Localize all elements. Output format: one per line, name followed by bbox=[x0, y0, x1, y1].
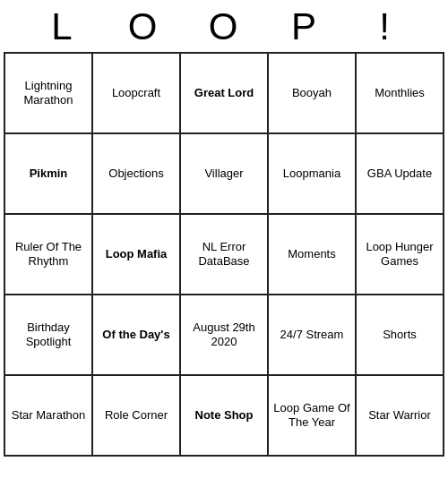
cell-r2-c1: Loop Mafia bbox=[92, 214, 180, 295]
bingo-header: LOOP! bbox=[0, 0, 448, 52]
cell-r4-c3: Loop Game Of The Year bbox=[268, 375, 356, 456]
cell-r0-c3: Booyah bbox=[268, 53, 356, 133]
header-letter: O bbox=[184, 5, 264, 48]
cell-r2-c4: Loop Hunger Games bbox=[356, 214, 444, 295]
cell-r0-c0: Lightning Marathon bbox=[4, 53, 92, 133]
cell-r4-c1: Role Corner bbox=[92, 375, 180, 456]
cell-r0-c4: Monthlies bbox=[356, 53, 444, 133]
header-letter: O bbox=[103, 5, 184, 48]
cell-r3-c1: Of the Day's bbox=[92, 295, 180, 375]
cell-r1-c3: Loopmania bbox=[268, 133, 356, 214]
cell-r1-c0: Pikmin bbox=[4, 133, 92, 214]
bingo-table: Lightning MarathonLoopcraftGreat LordBoo… bbox=[4, 52, 444, 457]
cell-r1-c2: Villager bbox=[180, 133, 268, 214]
cell-r2-c3: Moments bbox=[268, 214, 356, 295]
cell-r3-c0: Birthday Spotlight bbox=[4, 295, 92, 375]
cell-r0-c2: Great Lord bbox=[180, 53, 268, 133]
cell-r2-c0: Ruler Of The Rhythm bbox=[4, 214, 92, 295]
cell-r3-c4: Shorts bbox=[356, 295, 444, 375]
cell-r0-c1: Loopcraft bbox=[92, 53, 180, 133]
cell-r2-c2: NL Error DataBase bbox=[180, 214, 268, 295]
cell-r3-c2: August 29th 2020 bbox=[180, 295, 268, 375]
cell-r3-c3: 24/7 Stream bbox=[268, 295, 356, 375]
cell-r4-c4: Star Warrior bbox=[356, 375, 444, 456]
header-letter: P bbox=[264, 5, 345, 48]
header-letter: ! bbox=[345, 5, 426, 48]
cell-r1-c4: GBA Update bbox=[356, 133, 444, 214]
header-letter: L bbox=[22, 5, 103, 48]
cell-r4-c2: Note Shop bbox=[180, 375, 268, 456]
cell-r1-c1: Objections bbox=[92, 133, 180, 214]
cell-r4-c0: Star Marathon bbox=[4, 375, 92, 456]
